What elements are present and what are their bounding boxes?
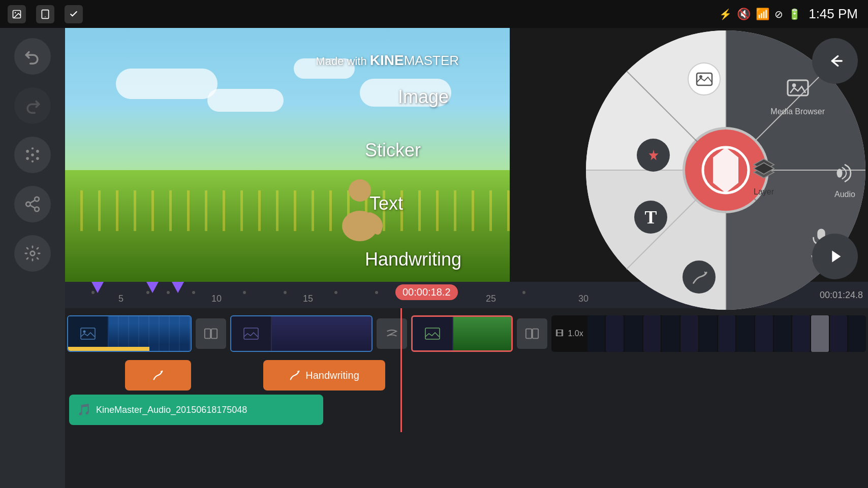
frame-7 <box>699 315 717 352</box>
svg-point-35 <box>836 169 842 178</box>
settings-button[interactable] <box>14 235 51 272</box>
media-icon <box>781 71 814 104</box>
wifi-icon: 📶 <box>756 8 769 21</box>
effects-button[interactable] <box>14 137 51 173</box>
undo-button[interactable] <box>14 38 51 75</box>
clip-3-frames <box>413 317 511 350</box>
text-label: Text <box>369 193 403 214</box>
svg-rect-2 <box>42 10 48 18</box>
handwriting-clip-label: Handwriting <box>305 370 359 381</box>
frame-1 <box>587 315 605 352</box>
video-preview: Made with KINEMASTER Image Sticker Text … <box>65 28 510 282</box>
svg-rect-48 <box>211 329 217 339</box>
video-clip-2[interactable] <box>230 315 373 352</box>
status-icons: ⚡ 🔇 📶 ⊘ 🔋 <box>719 8 801 21</box>
ruler-15: 15 <box>303 294 313 304</box>
video-track: 🎞 1.0x <box>65 313 868 354</box>
strip-frames <box>587 315 866 352</box>
left-sidebar <box>0 28 65 488</box>
svg-point-24 <box>349 179 371 202</box>
app-icons <box>0 0 102 28</box>
handwriting-clip-2[interactable]: Handwriting <box>263 360 385 391</box>
svg-line-15 <box>30 200 35 203</box>
text-button[interactable]: T <box>634 201 667 234</box>
svg-rect-50 <box>425 328 440 339</box>
svg-line-14 <box>30 205 35 208</box>
clip-content-3 <box>453 317 511 350</box>
status-bar: ⚡ 🔇 📶 ⊘ 🔋 1:45 PM <box>0 0 868 28</box>
media-browser-button[interactable]: Media Browser <box>770 71 825 116</box>
speed-value: 1.0x <box>568 329 583 338</box>
speed-indicator: 🎞 1.0x <box>551 327 587 340</box>
handwriting-button[interactable] <box>683 261 716 294</box>
gallery-icon <box>8 5 26 23</box>
text-icon: T <box>634 201 667 234</box>
playhead <box>400 308 402 432</box>
video-clip-1[interactable] <box>67 315 192 352</box>
video-strip[interactable]: 🎞 1.0x <box>551 315 866 352</box>
handwriting-clip-1[interactable] <box>125 360 191 391</box>
transition-2[interactable] <box>377 318 407 349</box>
transition-1[interactable] <box>196 318 226 349</box>
redo-button[interactable] <box>14 87 51 124</box>
battery-icon: 🔋 <box>788 8 801 20</box>
svg-point-6 <box>36 150 39 153</box>
layer-button[interactable]: Layer <box>749 154 779 197</box>
audio-clip-1[interactable]: 🎵 KineMaster_Audio_20150618175048 <box>69 395 323 425</box>
video-clip-3[interactable] <box>411 315 513 352</box>
music-icon: 🎵 <box>77 403 91 416</box>
cloud-1 <box>116 69 218 99</box>
clip-2-frames <box>231 316 371 351</box>
svg-point-4 <box>31 153 34 156</box>
audio-track: 🎵 KineMaster_Audio_20150618175048 <box>67 393 868 427</box>
frame-14 <box>830 315 848 352</box>
back-button[interactable] <box>812 38 858 84</box>
current-time: 00:00:18.2 <box>395 284 458 300</box>
layer-label: Layer <box>754 187 774 197</box>
frame-6 <box>680 315 698 352</box>
frame-15 <box>848 315 866 352</box>
brand-name: KINE <box>370 52 404 68</box>
share-button[interactable] <box>14 186 51 222</box>
frame-3 <box>625 315 642 352</box>
svg-point-9 <box>32 147 34 149</box>
svg-rect-47 <box>205 329 210 339</box>
frame-2 <box>606 315 624 352</box>
svg-point-7 <box>26 157 29 160</box>
image-button[interactable] <box>688 62 721 95</box>
image-icon <box>688 62 721 95</box>
alarm-icon: ⊘ <box>774 8 783 20</box>
clip-content-2 <box>272 316 371 351</box>
frame-13 <box>811 315 829 352</box>
play-button[interactable] <box>812 234 858 279</box>
ruler-10: 10 <box>211 294 222 304</box>
watermark: Made with KINEMASTER <box>316 52 459 69</box>
audio-filename: KineMaster_Audio_20150618175048 <box>96 405 247 415</box>
svg-point-3 <box>45 16 46 17</box>
image-label: Image <box>398 86 449 108</box>
transition-3[interactable] <box>517 318 547 349</box>
cloud-2 <box>207 89 284 112</box>
clip-thumb-2 <box>231 316 272 351</box>
frame-10 <box>755 315 773 352</box>
svg-rect-45 <box>81 328 95 339</box>
audio-button[interactable]: Audio <box>831 159 859 199</box>
clip-content-1 <box>109 316 191 351</box>
clip-thumb-1 <box>68 316 109 351</box>
bluetooth-icon: ⚡ <box>719 8 732 20</box>
svg-rect-52 <box>533 329 538 339</box>
svg-point-8 <box>36 157 39 160</box>
svg-point-1 <box>15 12 16 13</box>
yellow-bar <box>68 347 149 351</box>
check-icon <box>65 5 83 23</box>
frame-12 <box>792 315 810 352</box>
audio-label: Audio <box>834 190 855 199</box>
sticker-label: Sticker <box>365 140 421 161</box>
tablet-icon <box>36 5 54 23</box>
sticker-button[interactable] <box>637 139 670 172</box>
clip-thumb-3 <box>413 317 453 350</box>
media-browser-label: Media Browser <box>770 107 825 116</box>
marker-purple-3 <box>172 282 184 293</box>
status-time: 1:45 PM <box>809 6 858 22</box>
svg-point-5 <box>26 150 29 153</box>
